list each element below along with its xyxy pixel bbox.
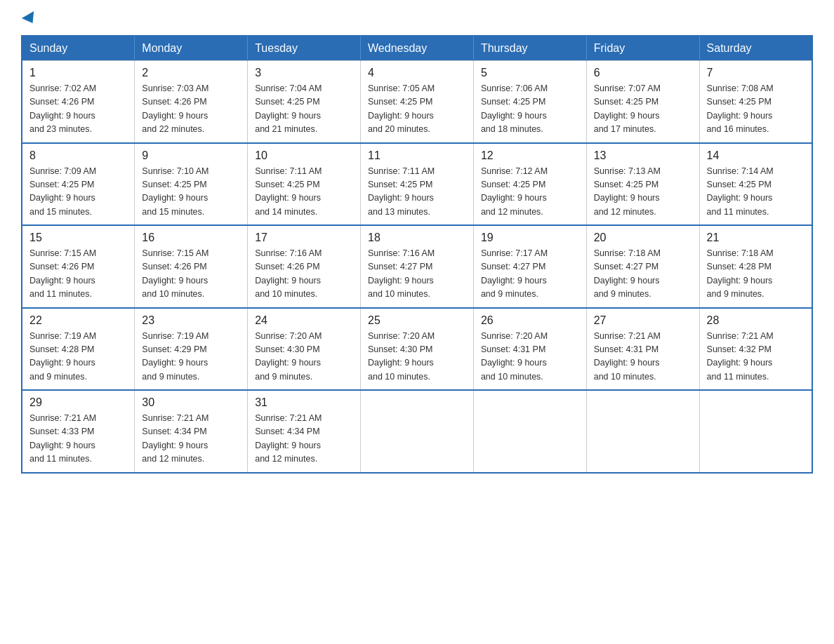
day-sun-info: Sunrise: 7:15 AMSunset: 4:26 PMDaylight:… — [142, 247, 240, 302]
day-sun-info: Sunrise: 7:21 AMSunset: 4:32 PMDaylight:… — [707, 330, 805, 384]
calendar-day-cell: 21Sunrise: 7:18 AMSunset: 4:28 PMDayligh… — [699, 225, 812, 308]
calendar-day-cell: 31Sunrise: 7:21 AMSunset: 4:34 PMDayligh… — [248, 390, 361, 473]
day-of-week-header: Friday — [586, 36, 699, 61]
day-of-week-header: Saturday — [699, 36, 812, 61]
day-sun-info: Sunrise: 7:15 AMSunset: 4:26 PMDaylight:… — [29, 247, 127, 302]
day-number: 10 — [255, 149, 353, 162]
day-number: 6 — [594, 67, 692, 79]
calendar-week-row: 29Sunrise: 7:21 AMSunset: 4:33 PMDayligh… — [22, 390, 812, 473]
calendar-day-cell: 1Sunrise: 7:02 AMSunset: 4:26 PMDaylight… — [22, 61, 135, 143]
day-sun-info: Sunrise: 7:16 AMSunset: 4:27 PMDaylight:… — [368, 247, 466, 302]
day-number: 29 — [29, 396, 127, 409]
day-number: 12 — [481, 149, 579, 162]
day-number: 27 — [594, 314, 692, 327]
day-sun-info: Sunrise: 7:12 AMSunset: 4:25 PMDaylight:… — [481, 165, 579, 220]
day-sun-info: Sunrise: 7:06 AMSunset: 4:25 PMDaylight:… — [481, 82, 579, 137]
calendar-day-cell: 24Sunrise: 7:20 AMSunset: 4:30 PMDayligh… — [248, 308, 361, 391]
calendar-day-cell: 30Sunrise: 7:21 AMSunset: 4:34 PMDayligh… — [135, 390, 248, 473]
calendar-day-cell: 12Sunrise: 7:12 AMSunset: 4:25 PMDayligh… — [473, 143, 586, 226]
calendar-day-cell: 18Sunrise: 7:16 AMSunset: 4:27 PMDayligh… — [361, 225, 474, 308]
day-sun-info: Sunrise: 7:16 AMSunset: 4:26 PMDaylight:… — [255, 247, 353, 302]
calendar-day-cell: 9Sunrise: 7:10 AMSunset: 4:25 PMDaylight… — [135, 143, 248, 226]
day-number: 17 — [255, 232, 353, 244]
day-number: 5 — [481, 67, 579, 79]
day-number: 18 — [368, 232, 466, 244]
day-number: 7 — [707, 67, 805, 79]
day-sun-info: Sunrise: 7:18 AMSunset: 4:27 PMDaylight:… — [594, 247, 692, 302]
calendar-day-cell: 19Sunrise: 7:17 AMSunset: 4:27 PMDayligh… — [473, 225, 586, 308]
day-number: 26 — [481, 314, 579, 327]
calendar-day-cell — [473, 390, 586, 473]
day-number: 9 — [142, 149, 240, 162]
day-number: 21 — [707, 232, 805, 244]
day-sun-info: Sunrise: 7:19 AMSunset: 4:28 PMDaylight:… — [29, 330, 127, 384]
calendar-day-cell: 17Sunrise: 7:16 AMSunset: 4:26 PMDayligh… — [248, 225, 361, 308]
day-sun-info: Sunrise: 7:20 AMSunset: 4:31 PMDaylight:… — [481, 330, 579, 384]
day-number: 28 — [707, 314, 805, 327]
day-number: 13 — [594, 149, 692, 162]
calendar-header-row: SundayMondayTuesdayWednesdayThursdayFrid… — [22, 36, 812, 61]
day-number: 14 — [707, 149, 805, 162]
day-sun-info: Sunrise: 7:18 AMSunset: 4:28 PMDaylight:… — [707, 247, 805, 302]
day-sun-info: Sunrise: 7:17 AMSunset: 4:27 PMDaylight:… — [481, 247, 579, 302]
logo-blue-text — [21, 14, 37, 24]
calendar-table: SundayMondayTuesdayWednesdayThursdayFrid… — [21, 35, 813, 474]
day-sun-info: Sunrise: 7:11 AMSunset: 4:25 PMDaylight:… — [368, 165, 466, 220]
day-sun-info: Sunrise: 7:02 AMSunset: 4:26 PMDaylight:… — [29, 82, 127, 137]
day-of-week-header: Tuesday — [248, 36, 361, 61]
header — [21, 14, 813, 24]
calendar-week-row: 1Sunrise: 7:02 AMSunset: 4:26 PMDaylight… — [22, 61, 812, 143]
day-number: 19 — [481, 232, 579, 244]
day-sun-info: Sunrise: 7:14 AMSunset: 4:25 PMDaylight:… — [707, 165, 805, 220]
day-number: 1 — [29, 67, 127, 79]
calendar-week-row: 15Sunrise: 7:15 AMSunset: 4:26 PMDayligh… — [22, 225, 812, 308]
calendar-day-cell: 29Sunrise: 7:21 AMSunset: 4:33 PMDayligh… — [22, 390, 135, 473]
calendar-day-cell: 20Sunrise: 7:18 AMSunset: 4:27 PMDayligh… — [586, 225, 699, 308]
calendar-week-row: 22Sunrise: 7:19 AMSunset: 4:28 PMDayligh… — [22, 308, 812, 391]
calendar-day-cell: 27Sunrise: 7:21 AMSunset: 4:31 PMDayligh… — [586, 308, 699, 391]
calendar-day-cell — [699, 390, 812, 473]
day-of-week-header: Thursday — [473, 36, 586, 61]
calendar-day-cell: 11Sunrise: 7:11 AMSunset: 4:25 PMDayligh… — [361, 143, 474, 226]
day-number: 8 — [29, 149, 127, 162]
day-sun-info: Sunrise: 7:19 AMSunset: 4:29 PMDaylight:… — [142, 330, 240, 384]
day-number: 24 — [255, 314, 353, 327]
day-sun-info: Sunrise: 7:20 AMSunset: 4:30 PMDaylight:… — [368, 330, 466, 384]
calendar-day-cell: 7Sunrise: 7:08 AMSunset: 4:25 PMDaylight… — [699, 61, 812, 143]
day-sun-info: Sunrise: 7:21 AMSunset: 4:34 PMDaylight:… — [142, 412, 240, 467]
day-sun-info: Sunrise: 7:10 AMSunset: 4:25 PMDaylight:… — [142, 165, 240, 220]
calendar-day-cell: 2Sunrise: 7:03 AMSunset: 4:26 PMDaylight… — [135, 61, 248, 143]
calendar-day-cell: 26Sunrise: 7:20 AMSunset: 4:31 PMDayligh… — [473, 308, 586, 391]
day-sun-info: Sunrise: 7:04 AMSunset: 4:25 PMDaylight:… — [255, 82, 353, 137]
calendar-day-cell: 6Sunrise: 7:07 AMSunset: 4:25 PMDaylight… — [586, 61, 699, 143]
day-number: 25 — [368, 314, 466, 327]
day-sun-info: Sunrise: 7:21 AMSunset: 4:31 PMDaylight:… — [594, 330, 692, 384]
calendar-day-cell: 13Sunrise: 7:13 AMSunset: 4:25 PMDayligh… — [586, 143, 699, 226]
day-sun-info: Sunrise: 7:20 AMSunset: 4:30 PMDaylight:… — [255, 330, 353, 384]
calendar-day-cell: 16Sunrise: 7:15 AMSunset: 4:26 PMDayligh… — [135, 225, 248, 308]
day-sun-info: Sunrise: 7:11 AMSunset: 4:25 PMDaylight:… — [255, 165, 353, 220]
calendar-day-cell: 23Sunrise: 7:19 AMSunset: 4:29 PMDayligh… — [135, 308, 248, 391]
logo — [21, 14, 37, 24]
day-sun-info: Sunrise: 7:03 AMSunset: 4:26 PMDaylight:… — [142, 82, 240, 137]
day-sun-info: Sunrise: 7:05 AMSunset: 4:25 PMDaylight:… — [368, 82, 466, 137]
day-number: 11 — [368, 149, 466, 162]
day-sun-info: Sunrise: 7:21 AMSunset: 4:33 PMDaylight:… — [29, 412, 127, 467]
day-number: 3 — [255, 67, 353, 79]
day-number: 23 — [142, 314, 240, 327]
day-number: 30 — [142, 396, 240, 409]
day-number: 2 — [142, 67, 240, 79]
calendar-day-cell: 10Sunrise: 7:11 AMSunset: 4:25 PMDayligh… — [248, 143, 361, 226]
calendar-day-cell: 3Sunrise: 7:04 AMSunset: 4:25 PMDaylight… — [248, 61, 361, 143]
day-number: 15 — [29, 232, 127, 244]
day-number: 16 — [142, 232, 240, 244]
calendar-day-cell — [586, 390, 699, 473]
calendar-week-row: 8Sunrise: 7:09 AMSunset: 4:25 PMDaylight… — [22, 143, 812, 226]
calendar-day-cell: 25Sunrise: 7:20 AMSunset: 4:30 PMDayligh… — [361, 308, 474, 391]
calendar-day-cell: 8Sunrise: 7:09 AMSunset: 4:25 PMDaylight… — [22, 143, 135, 226]
calendar-day-cell: 22Sunrise: 7:19 AMSunset: 4:28 PMDayligh… — [22, 308, 135, 391]
day-number: 20 — [594, 232, 692, 244]
day-sun-info: Sunrise: 7:08 AMSunset: 4:25 PMDaylight:… — [707, 82, 805, 137]
day-number: 22 — [29, 314, 127, 327]
day-number: 4 — [368, 67, 466, 79]
